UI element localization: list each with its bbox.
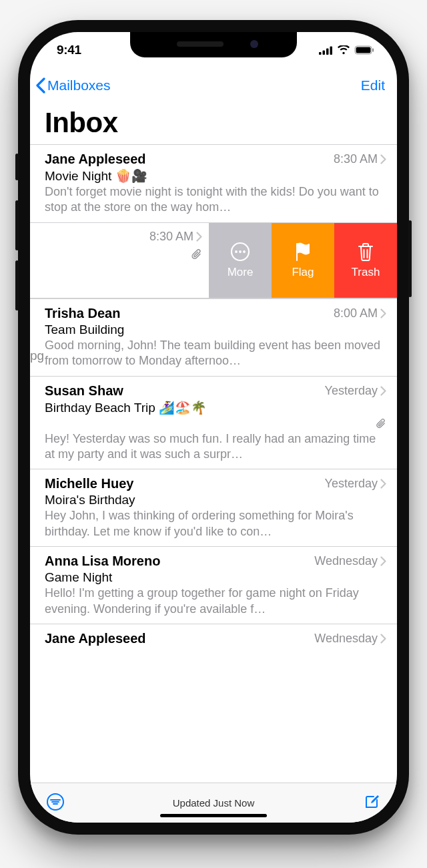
chevron-left-icon — [35, 77, 46, 93]
page-title: Inbox — [30, 103, 397, 144]
subject: Team Building — [45, 321, 386, 338]
sender: Anna Lisa Moreno — [45, 554, 160, 569]
trash-icon — [357, 242, 374, 262]
subject: Birthday Beach Trip 🏄‍♀️🏖️🌴 — [45, 399, 386, 416]
message-row[interactable]: Trisha Dean 8:00 AM Team Building Good m… — [30, 298, 397, 376]
compose-button[interactable] — [362, 793, 381, 814]
filter-icon — [46, 793, 65, 811]
preview: Hey! Yesterday was so much fun. I really… — [45, 431, 386, 463]
preview: Good morning, John! The team building ev… — [45, 338, 386, 369]
svg-rect-3 — [330, 46, 333, 55]
paperclip-icon — [191, 248, 202, 260]
subject: Movie Night 🍿🎥 — [45, 167, 386, 184]
chevron-right-icon — [380, 479, 386, 489]
date: 8:30 AM — [149, 230, 202, 244]
svg-rect-0 — [319, 52, 322, 55]
preview: Don't forget movie night is tonight with… — [45, 184, 386, 216]
svg-rect-6 — [372, 49, 374, 52]
chevron-right-icon — [380, 154, 386, 164]
filter-button[interactable] — [46, 793, 65, 814]
message-row[interactable]: Michelle Huey Yesterday Moira's Birthday… — [30, 469, 397, 546]
date: Yesterday — [325, 384, 386, 398]
back-label: Mailboxes — [47, 77, 111, 93]
attachment-indicator — [45, 417, 386, 431]
paperclip-icon — [376, 417, 386, 429]
subject: Moira's Birthday — [45, 491, 386, 508]
edit-button[interactable]: Edit — [361, 77, 385, 93]
sender: Michelle Huey — [45, 476, 133, 491]
chevron-right-icon — [196, 232, 202, 242]
home-indicator[interactable] — [160, 814, 267, 817]
back-button[interactable]: Mailboxes — [35, 77, 111, 93]
chevron-right-icon — [380, 386, 386, 396]
sender: Susan Shaw — [45, 383, 123, 399]
update-status: Updated Just Now — [173, 797, 255, 809]
more-icon — [230, 242, 250, 262]
svg-point-10 — [243, 250, 246, 253]
volume-down-button — [15, 260, 19, 310]
date: Wednesday — [314, 632, 386, 646]
side-button — [408, 220, 412, 297]
svg-rect-5 — [356, 47, 371, 53]
status-icons — [319, 45, 374, 55]
clock: 9:41 — [57, 43, 81, 57]
mute-switch — [15, 154, 19, 180]
chevron-right-icon — [380, 556, 386, 566]
svg-rect-2 — [326, 48, 329, 55]
swiped-content: 8:30 AM — [30, 223, 209, 298]
sender: Jane Appleseed — [45, 152, 146, 167]
notch — [130, 32, 297, 57]
message-row[interactable]: Jane Appleseed 8:30 AM Movie Night 🍿🎥 Do… — [30, 144, 397, 222]
volume-up-button — [15, 200, 19, 250]
message-list[interactable]: Jane Appleseed 8:30 AM Movie Night 🍿🎥 Do… — [30, 144, 397, 783]
svg-point-8 — [235, 250, 238, 253]
message-row-swiped[interactable]: 8:30 AM More Flag — [30, 222, 397, 298]
chevron-right-icon — [380, 634, 386, 644]
swipe-actions: More Flag Trash — [209, 223, 397, 298]
message-row[interactable]: Susan Shaw Yesterday Birthday Beach Trip… — [30, 376, 397, 469]
stray-text: pg — [30, 349, 44, 363]
battery-icon — [354, 45, 374, 55]
iphone-frame: pg 9:41 Mailboxes Edit Inbox Jane Apples… — [18, 20, 409, 835]
svg-rect-1 — [323, 50, 326, 55]
more-action[interactable]: More — [209, 223, 272, 298]
message-row[interactable]: Jane Appleseed Wednesday — [30, 624, 397, 650]
screen: 9:41 Mailboxes Edit Inbox Jane Appleseed… — [30, 32, 397, 823]
cellular-icon — [319, 46, 333, 55]
date: 8:00 AM — [334, 306, 386, 320]
chevron-right-icon — [380, 308, 386, 318]
date: Yesterday — [325, 477, 386, 491]
flag-icon — [294, 242, 312, 262]
sender: Jane Appleseed — [45, 631, 146, 646]
compose-icon — [362, 793, 381, 811]
preview: Hey John, I was thinking of ordering som… — [45, 508, 386, 539]
svg-point-9 — [239, 250, 242, 253]
trash-action[interactable]: Trash — [334, 223, 397, 298]
preview: Hello! I'm getting a group together for … — [45, 586, 386, 617]
date: Wednesday — [314, 554, 386, 568]
wifi-icon — [337, 45, 350, 55]
navigation-bar: Mailboxes Edit — [30, 68, 397, 103]
date: 8:30 AM — [334, 152, 386, 166]
message-row[interactable]: Anna Lisa Moreno Wednesday Game Night He… — [30, 546, 397, 624]
flag-action[interactable]: Flag — [272, 223, 334, 298]
subject: Game Night — [45, 569, 386, 586]
sender: Trisha Dean — [45, 306, 120, 321]
